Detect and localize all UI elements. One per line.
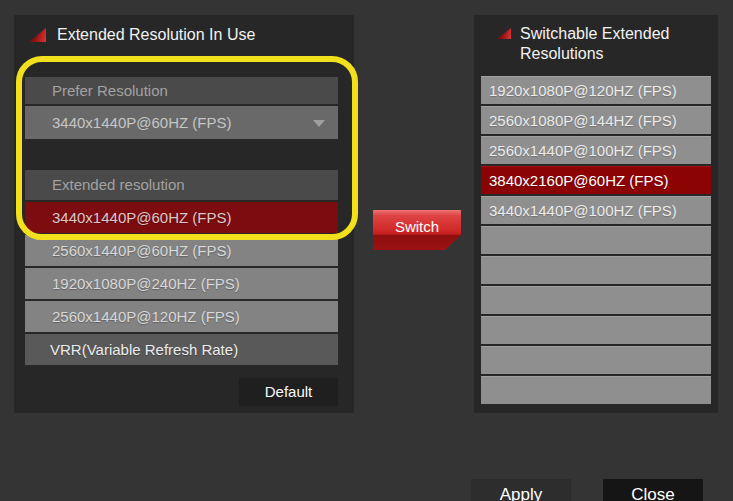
list-item-empty	[481, 256, 711, 284]
chevron-down-icon	[313, 120, 325, 127]
list-item-resolution[interactable]: 1920x1080P@240HZ (FPS)	[25, 268, 338, 299]
list-item-resolution[interactable]: 2560x1440P@120HZ (FPS)	[25, 301, 338, 332]
list-item-empty	[481, 376, 711, 404]
list-item-empty	[481, 346, 711, 374]
prefer-resolution-dropdown[interactable]: 3440x1440P@60HZ (FPS)	[25, 106, 338, 139]
list-item-resolution[interactable]: 1920x1080P@120HZ (FPS)	[481, 76, 711, 104]
default-button[interactable]: Default	[239, 378, 338, 406]
extended-resolution-header: Extended resolution	[25, 170, 338, 200]
list-item-resolution[interactable]: 3440x1440P@100HZ (FPS)	[481, 196, 711, 224]
list-item-empty	[481, 226, 711, 254]
extended-resolution-in-use-panel: Extended Resolution In Use Prefer Resolu…	[14, 15, 354, 413]
left-panel-title-text: Extended Resolution In Use	[57, 25, 255, 45]
apply-button[interactable]: Apply	[471, 479, 571, 501]
list-item-resolution[interactable]: 2560x1440P@60HZ (FPS)	[25, 235, 338, 266]
list-item-resolution[interactable]: 2560x1080P@144HZ (FPS)	[481, 106, 711, 134]
list-item-empty	[481, 286, 711, 314]
list-item-empty	[481, 316, 711, 344]
left-panel-title: Extended Resolution In Use	[29, 25, 255, 45]
resolution-settings-window: Extended Resolution In Use Prefer Resolu…	[0, 0, 733, 501]
right-panel-title-text: Switchable Extended Resolutions	[520, 24, 697, 64]
list-item-resolution[interactable]: 2560x1440P@100HZ (FPS)	[481, 136, 711, 164]
switch-button[interactable]: Switch	[373, 210, 461, 250]
list-item-vrr[interactable]: VRR(Variable Refresh Rate)	[25, 334, 338, 365]
prefer-resolution-value: 3440x1440P@60HZ (FPS)	[52, 114, 231, 131]
right-panel-title: Switchable Extended Resolutions	[497, 24, 697, 64]
red-triangle-icon	[497, 28, 511, 39]
switchable-extended-resolutions-panel: Switchable Extended Resolutions 1920x108…	[474, 15, 718, 413]
red-triangle-icon	[29, 28, 46, 42]
list-item-resolution-selected[interactable]: 3840x2160P@60HZ (FPS)	[481, 166, 711, 194]
prefer-resolution-header: Prefer Resolution	[25, 77, 338, 104]
list-item-resolution[interactable]: 3440x1440P@60HZ (FPS)	[25, 202, 338, 233]
close-button[interactable]: Close	[603, 479, 703, 501]
